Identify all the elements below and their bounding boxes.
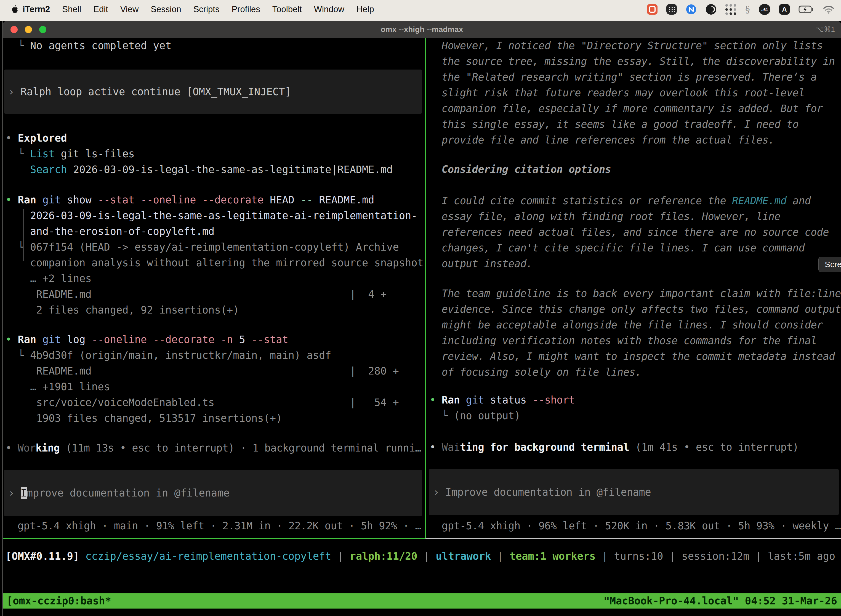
input-source-icon[interactable]: A	[779, 4, 790, 15]
text-segment: might be acceptable alongside the file l…	[429, 319, 823, 331]
terminal-line: └ No agents completed yet	[6, 38, 424, 54]
text-segment: of focusing solely on file lines.	[429, 366, 641, 378]
menu-item-scripts[interactable]: Scripts	[193, 4, 220, 14]
terminal[interactable]: └ No agents completed yet› Ralph loop ac…	[3, 38, 841, 616]
terminal-line: companion analysis without altering the …	[6, 255, 424, 271]
terminal-line: └ (no output)	[429, 408, 841, 424]
menu-item-iterm2[interactable]: iTerm2	[23, 4, 50, 14]
text-segment: [OMX#0.11.9]	[6, 550, 79, 562]
text-segment: mprove documentation in @filename	[27, 487, 230, 499]
text-segment: slight risk that future readers may over…	[429, 87, 804, 99]
terminal-line: including verification notes with those …	[429, 333, 841, 349]
menu-status-icons: § ..61 A	[647, 4, 834, 15]
keypad-grid-icon[interactable]	[666, 4, 677, 15]
terminal-line: this single essay, it seems like a good …	[429, 116, 841, 132]
terminal-line: the source tree, missing the essay. Stil…	[429, 54, 841, 69]
text-segment: └ 4b9d30f (origin/main, instructkr/main,…	[6, 349, 331, 361]
text-segment: --	[300, 194, 319, 206]
text-segment: last:5m ago	[768, 550, 835, 562]
text-segment: turns:10	[614, 550, 663, 562]
text-segment: Wor	[18, 442, 35, 454]
text-segment: 2026-03-09-is-legal-the-same-as-legitima…	[67, 164, 393, 176]
menu-item-help[interactable]: Help	[356, 4, 374, 14]
text-segment: 2026-03-09-is-legal-the-same-as-legitima…	[6, 210, 417, 221]
text-segment: However, I noticed the "Directory Struct…	[429, 40, 823, 51]
text-segment: git ls-files	[55, 148, 135, 160]
text-segment: No agents completed yet	[30, 40, 171, 51]
terminal-block: The team guideline is to back every impo…	[429, 286, 841, 380]
terminal-line: and-the-erosion-of-copyleft.md	[6, 224, 424, 239]
terminal-line: 2026-03-09-is-legal-the-same-as-legitima…	[6, 208, 424, 224]
text-segment: changes, I can't cite specific file line…	[429, 242, 804, 254]
terminal-line: essay file, along with finding root file…	[429, 209, 841, 224]
text-segment: •	[429, 394, 442, 406]
menu-item-window[interactable]: Window	[314, 4, 344, 14]
text-segment: and	[787, 195, 811, 207]
menu-item-shell[interactable]: Shell	[62, 4, 81, 14]
text-segment: |	[491, 550, 510, 562]
terminal-block: • Waiting for background terminal (1m 41…	[429, 439, 841, 455]
text-segment: companion file, especially if more comme…	[429, 103, 823, 114]
prompt-input[interactable]: › Improve documentation in @filename	[4, 470, 422, 516]
menu-item-toolbelt[interactable]: Toolbelt	[273, 4, 302, 14]
text-segment: Improve documentation in @filename	[445, 486, 651, 498]
terminal-line: • Ran git status --short	[429, 392, 841, 408]
terminal-line: review. Also, I might want to inspect th…	[429, 349, 841, 364]
blue-zigzag-icon[interactable]	[686, 4, 697, 15]
terminal-line: Search 2026-03-09-is-legal-the-same-as-l…	[6, 162, 424, 177]
terminal-block: However, I noticed the "Directory Struct…	[429, 38, 841, 148]
apple-menu-icon[interactable]	[11, 4, 19, 14]
terminal-line: gpt-5.4 xhigh · 96% left · 520K in · 5.8…	[429, 518, 841, 534]
text-segment: this single essay, it seems like a good …	[429, 119, 799, 130]
desktop: iTerm2ShellEditViewSessionScriptsProfile…	[0, 0, 841, 616]
terminal-line: evidence. Since this change only affects…	[429, 301, 841, 317]
text-segment: Search	[30, 164, 67, 176]
iterm-window: omx --xhigh --madmax ⌥⌘1 └ No agents com…	[2, 21, 841, 616]
text-segment: log	[67, 334, 92, 346]
terminal-line: … +2 lines	[6, 271, 424, 286]
menu-item-profiles[interactable]: Profiles	[231, 4, 260, 14]
text-segment: ultrawork	[436, 550, 491, 562]
squiggle-icon[interactable]: §	[745, 4, 750, 15]
menu-item-view[interactable]: View	[120, 4, 139, 14]
text-segment: src/voice/voiceModeEnabled.ts | 54 +	[6, 397, 399, 408]
text-segment: --stat --oneline --decorate	[98, 194, 270, 206]
text-segment: Ralph loop active continue [OMX_TMUX_INJ…	[21, 86, 291, 98]
terminal-line: 2 files changed, 92 insertions(+)	[6, 302, 424, 318]
text-segment: … +1901 lines	[6, 381, 110, 393]
text-segment: 1903 files changed, 513517 insertions(+)	[6, 412, 282, 424]
text-segment: README.md | 4 +	[6, 288, 387, 300]
prompt-input[interactable]: › Ralph loop active continue [OMX_TMUX_I…	[4, 70, 422, 114]
text-segment: HEAD	[270, 194, 300, 206]
text-segment: The team guideline is to back every impo…	[429, 287, 841, 299]
text-segment: |	[596, 550, 614, 562]
prompt-input[interactable]: › Improve documentation in @filename	[429, 469, 839, 515]
terminal-line: › Improve documentation in @filename	[433, 484, 651, 500]
battery-icon[interactable]	[799, 5, 814, 13]
text-segment: └ (no output)	[429, 410, 520, 422]
dots-grid-icon[interactable]	[725, 4, 736, 15]
text-segment: README.md	[319, 194, 374, 206]
text-segment: |	[663, 550, 682, 562]
menu-item-edit[interactable]: Edit	[93, 4, 108, 14]
screen-recording-icon[interactable]	[647, 4, 658, 15]
terminal-line: However, I noticed the "Directory Struct…	[429, 38, 841, 54]
terminal-line: might be acceptable alongside the file l…	[429, 317, 841, 333]
terminal-block: gpt-5.4 xhigh · 96% left · 520K in · 5.8…	[429, 518, 841, 534]
text-segment: 5	[239, 334, 252, 346]
wifi-icon[interactable]	[823, 5, 834, 14]
terminal-line: of focusing solely on file lines.	[429, 364, 841, 380]
terminal-line: I could cite commit statistics or refere…	[429, 193, 841, 209]
terminal-line: changes, I can't cite specific file line…	[429, 240, 841, 256]
terminal-block: └ No agents completed yet	[6, 38, 424, 54]
menu-item-session[interactable]: Session	[151, 4, 181, 14]
text-segment: ralph:11/20	[350, 550, 417, 562]
terminal-line: output instead.	[429, 256, 841, 271]
menu-items: iTerm2ShellEditViewSessionScriptsProfile…	[23, 4, 374, 14]
text-segment: I could cite commit statistics or refere…	[429, 195, 732, 207]
badge-61-icon[interactable]: ..61	[759, 4, 771, 15]
terminal-line: • Waiting for background terminal (1m 41…	[429, 439, 841, 455]
text-segment: status	[490, 394, 532, 406]
crescent-pie-icon[interactable]	[706, 4, 716, 15]
title-bar[interactable]: omx --xhigh --madmax ⌥⌘1	[3, 21, 841, 38]
